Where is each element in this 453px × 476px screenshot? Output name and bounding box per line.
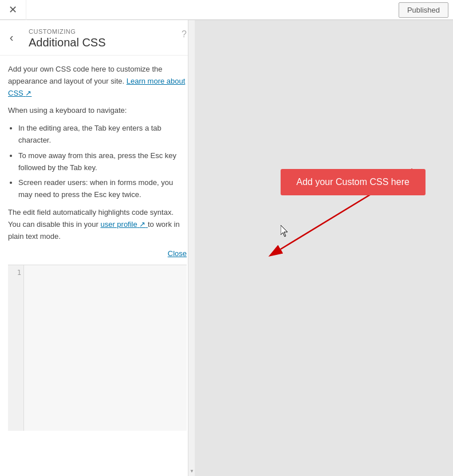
line-number-1: 1 bbox=[10, 269, 21, 277]
code-editor: 1 bbox=[8, 265, 187, 431]
panel-title: Additional CSS bbox=[29, 36, 106, 49]
info-text: Add your own CSS code here to customize … bbox=[8, 64, 187, 260]
add-css-button[interactable]: Add your Custom CSS here bbox=[280, 169, 425, 195]
close-link[interactable]: Close bbox=[8, 248, 187, 260]
preview-area: Add your Custom CSS here bbox=[195, 20, 453, 476]
mouse-cursor bbox=[281, 225, 290, 241]
external-link-icon: ↗ bbox=[25, 89, 31, 97]
help-icon[interactable]: ? bbox=[182, 29, 187, 40]
customizing-label: Customizing bbox=[29, 28, 106, 35]
published-button[interactable]: Published bbox=[399, 2, 448, 18]
sidebar-header: ‹ Customizing Additional CSS ? bbox=[0, 20, 195, 56]
header-text: Customizing Additional CSS bbox=[29, 28, 106, 49]
sidebar-panel: ‹ Customizing Additional CSS ? Add your … bbox=[0, 20, 195, 476]
keyboard-header: When using a keyboard to navigate: bbox=[8, 105, 187, 117]
close-x-button[interactable]: ✕ bbox=[0, 0, 26, 20]
keyboard-bullets: In the editing area, the Tab key enters … bbox=[18, 123, 187, 201]
info-paragraph-last: The edit field automatically highlights … bbox=[8, 207, 187, 242]
bullet-2: To move away from this area, press the E… bbox=[18, 150, 187, 174]
line-numbers: 1 bbox=[8, 265, 24, 431]
back-icon: ‹ bbox=[10, 31, 14, 44]
back-button[interactable]: ‹ bbox=[0, 26, 23, 49]
bullet-1: In the editing area, the Tab key enters … bbox=[18, 123, 187, 147]
sidebar-scrollbar: ▼ bbox=[188, 20, 195, 476]
main-area: ‹ Customizing Additional CSS ? Add your … bbox=[0, 20, 453, 476]
sidebar-content: Add your own CSS code here to customize … bbox=[0, 56, 195, 476]
external-link-icon-2: ↗ bbox=[139, 220, 145, 229]
close-x-icon: ✕ bbox=[9, 3, 17, 16]
bullet-3: Screen reader users: when in forms mode,… bbox=[18, 177, 187, 201]
scrollbar-arrow-down[interactable]: ▼ bbox=[189, 468, 195, 474]
user-profile-link[interactable]: user profile ↗ bbox=[100, 220, 148, 229]
css-code-input[interactable] bbox=[24, 265, 187, 431]
top-bar: ✕ Published bbox=[0, 0, 453, 20]
